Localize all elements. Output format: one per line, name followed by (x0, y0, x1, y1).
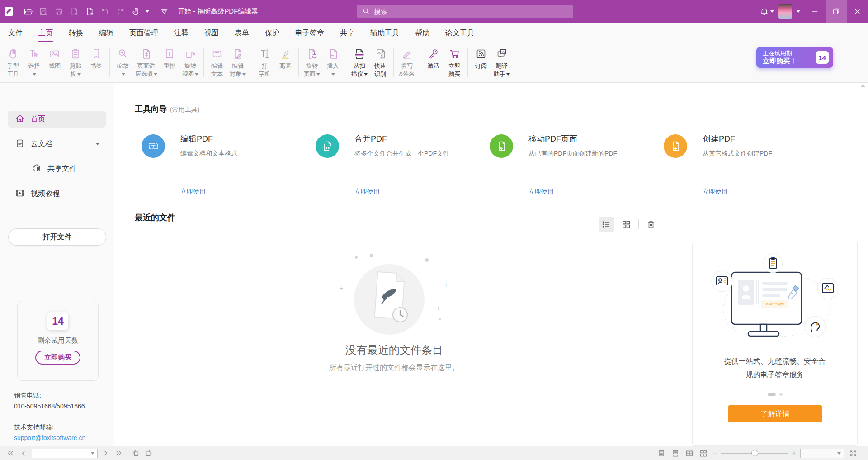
ribbon-button-typewriter[interactable]: 打字机 (254, 47, 275, 79)
notifications-caret-icon[interactable] (770, 10, 774, 13)
new-document-icon[interactable] (84, 6, 95, 17)
list-view-button[interactable] (599, 217, 614, 232)
next-page-button[interactable] (101, 448, 111, 458)
delete-pages-icon[interactable] (69, 6, 80, 17)
use-now-link[interactable]: 立即使用 (180, 188, 206, 196)
zoom-level-input[interactable] (803, 450, 837, 456)
open-file-icon[interactable] (23, 6, 33, 17)
ribbon-button-snapshot[interactable]: 截图 (44, 47, 65, 71)
ribbon-button-buy-now[interactable]: 立即购买 (444, 47, 465, 79)
zoom-in-button[interactable]: + (792, 450, 796, 457)
ribbon-label: 插入 (327, 62, 339, 70)
ribbon-button-subscribe[interactable]: 订阅 (471, 47, 491, 71)
zoom-slider[interactable] (721, 453, 788, 454)
ribbon-button-highlight[interactable]: 高亮 (275, 47, 296, 71)
ribbon-button-clipboard[interactable]: 剪贴板 (65, 47, 86, 79)
sidebar-item-cloud-docs[interactable]: 云文档 (8, 136, 106, 152)
restore-button[interactable] (826, 0, 847, 23)
menu-tab-共享[interactable]: 共享 (340, 28, 354, 38)
undo-icon[interactable] (99, 6, 110, 17)
menu-tab-帮助[interactable]: 帮助 (415, 28, 429, 38)
menu-tab-文件[interactable]: 文件 (8, 28, 23, 38)
menu-tab-注释[interactable]: 注释 (174, 28, 189, 38)
ribbon-button-zoom[interactable]: 缩放 (113, 47, 133, 79)
ribbon-button-hand-tool[interactable]: 手型工具 (3, 47, 24, 79)
sidebar-item-video-tutorials[interactable]: 视频教程 (8, 185, 106, 202)
ribbon-button-edit-object[interactable]: 编辑对象 (227, 47, 248, 79)
page-number-combobox[interactable] (32, 449, 98, 458)
zoom-slider-thumb[interactable] (751, 450, 758, 456)
buy-now-button[interactable]: 立即购买 (35, 351, 80, 365)
clear-recent-trash-button[interactable] (643, 217, 659, 232)
single-page-view-button[interactable] (656, 448, 666, 458)
menu-tab-表单[interactable]: 表单 (235, 28, 249, 38)
account-caret-icon[interactable] (797, 10, 800, 13)
ribbon-button-rotate-view[interactable]: 旋转视图 (180, 47, 201, 79)
print-icon[interactable] (53, 6, 64, 17)
zoom-combo-caret-icon[interactable] (837, 452, 841, 455)
ribbon-button-bookmark[interactable]: 书签 (86, 47, 107, 71)
zoom-out-button[interactable]: − (712, 450, 717, 457)
ribbon-button-select[interactable]: 选择 (24, 47, 44, 79)
menu-tab-论文工具[interactable]: 论文工具 (445, 28, 474, 38)
zoom-level-combobox[interactable] (800, 449, 844, 458)
ribbon-button-activate[interactable]: 激活 (423, 47, 444, 71)
learn-more-button[interactable]: 了解详情 (728, 405, 822, 422)
trial-badge[interactable]: 正在试用期 立即购买！ 14 (756, 47, 833, 68)
collapse-toolbar-icon[interactable] (159, 6, 170, 17)
minimize-button[interactable] (804, 0, 826, 23)
search-input[interactable] (374, 8, 568, 15)
continuous-view-button[interactable] (670, 448, 680, 458)
ribbon-button-quick-ocr[interactable]: OCR快速识别 (370, 47, 391, 79)
page-number-input[interactable] (35, 450, 91, 456)
ribbon-button-from-scanner[interactable]: 从扫描仪 (349, 47, 370, 79)
ribbon-button-reflow[interactable]: 重排 (159, 47, 180, 71)
menu-tab-转换[interactable]: 转换 (69, 28, 83, 38)
menu-tab-页面管理[interactable]: 页面管理 (129, 28, 158, 38)
use-now-link[interactable]: 立即使用 (528, 188, 554, 196)
ribbon-label: 板 (71, 70, 81, 78)
ribbon-button-edit-text[interactable]: 编辑文本 (207, 47, 227, 79)
menu-tab-电子签章[interactable]: 电子签章 (295, 28, 324, 38)
use-now-link[interactable]: 立即使用 (354, 188, 380, 196)
menu-tab-主页[interactable]: 主页 (38, 28, 53, 38)
notifications-bell-icon[interactable] (759, 6, 769, 17)
fullscreen-button[interactable] (848, 448, 858, 458)
menu-tab-编辑[interactable]: 编辑 (99, 28, 113, 38)
ribbon-button-rotate-pages[interactable]: 旋转页面 (302, 47, 322, 79)
save-icon[interactable] (38, 6, 49, 17)
hand-tool-caret-icon[interactable] (146, 10, 149, 13)
support-email-link[interactable]: support@foxitsoftware.cn (14, 432, 85, 443)
use-now-link[interactable]: 立即使用 (703, 188, 728, 196)
expand-caret-icon[interactable] (96, 143, 99, 145)
redo-icon[interactable] (115, 6, 126, 17)
menu-tab-视图[interactable]: 视图 (204, 28, 219, 38)
page-combo-caret-icon[interactable] (91, 452, 94, 455)
menu-tab-保护[interactable]: 保护 (265, 28, 279, 38)
open-file-button[interactable]: 打开文件 (8, 228, 106, 246)
facing-view-button[interactable] (684, 448, 694, 458)
grid-view-button[interactable] (618, 217, 634, 232)
carousel-dot-active[interactable] (768, 393, 776, 396)
ribbon-button-fill-sign[interactable]: 填写&签名 (396, 47, 417, 79)
last-page-button[interactable] (114, 448, 124, 458)
first-page-button[interactable] (5, 448, 15, 458)
hand-pointer-icon[interactable] (130, 6, 141, 17)
user-avatar[interactable] (778, 4, 792, 19)
highlight-icon (278, 47, 292, 62)
previous-view-button[interactable] (131, 448, 141, 458)
ribbon-button-insert-pages[interactable]: 插入 (322, 47, 343, 79)
sidebar-item-home[interactable]: 首页 (8, 111, 106, 128)
sidebar-item-shared-files[interactable]: 共享文件 (8, 161, 106, 177)
previous-page-button[interactable] (19, 448, 28, 458)
facing-continuous-view-button[interactable] (698, 448, 708, 458)
menu-tab-辅助工具[interactable]: 辅助工具 (370, 28, 399, 38)
ribbon-button-page-fit-options[interactable]: 页面适应选项 (133, 47, 159, 79)
carousel-dot[interactable] (779, 393, 783, 396)
scroll-up-arrow-icon[interactable] (861, 84, 865, 87)
search-box[interactable] (357, 5, 573, 18)
close-button[interactable] (847, 0, 868, 23)
tool-card-description: 将多个文件合并生成一个PDF文件 (354, 150, 449, 158)
ribbon-button-translate-assistant[interactable]: A翻译助手 (491, 47, 512, 79)
next-view-button[interactable] (144, 448, 154, 458)
